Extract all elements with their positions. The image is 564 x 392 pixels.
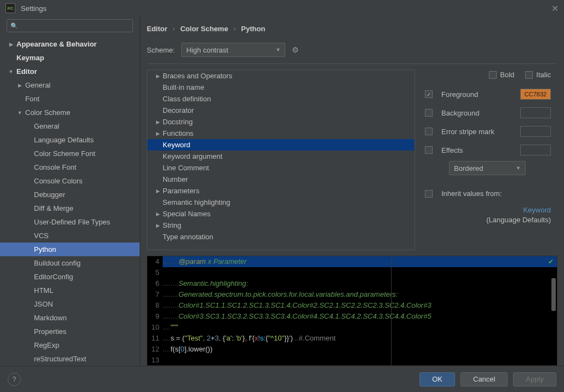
breadcrumb-item[interactable]: Editor xyxy=(147,25,168,33)
foreground-swatch[interactable]: CC7832 xyxy=(520,89,551,100)
attribute-list[interactable]: ▶Braces and OperatorsBuilt-in nameClass … xyxy=(147,70,415,250)
search-icon: 🔍 xyxy=(10,22,18,30)
attribute-item-label: Line Comment xyxy=(163,164,209,172)
close-icon[interactable]: ✕ xyxy=(551,3,559,14)
effects-swatch[interactable] xyxy=(520,145,551,155)
inherit-checkbox[interactable] xyxy=(425,190,433,198)
code-line: ........Generated.spectrum.to.pick.color… xyxy=(163,289,557,300)
attribute-item-label: String xyxy=(163,221,181,229)
sidebar-item[interactable]: ▼Editor xyxy=(0,65,140,78)
code-line xyxy=(163,355,557,366)
attribute-item[interactable]: Line Comment xyxy=(147,162,415,174)
tree-arrow-icon: ▶ xyxy=(154,73,162,79)
sidebar-item[interactable]: Keymap xyxy=(0,51,140,65)
tree-arrow-icon: ▼ xyxy=(8,69,14,74)
attribute-item[interactable]: Number xyxy=(147,174,415,185)
italic-checkbox[interactable]: Italic xyxy=(525,71,551,79)
tree-arrow-icon: ▶ xyxy=(8,42,14,47)
sidebar-item-label: Console Font xyxy=(34,163,76,171)
effects-checkbox[interactable] xyxy=(425,146,433,154)
sidebar-item[interactable]: Debugger xyxy=(0,188,140,201)
attribute-item[interactable]: ▶String xyxy=(147,220,415,231)
cancel-button[interactable]: Cancel xyxy=(461,372,508,387)
sidebar-item-label: General xyxy=(34,122,59,130)
sidebar-item[interactable]: VCS xyxy=(0,229,140,243)
inherit-link[interactable]: Keyword xyxy=(425,205,551,215)
sidebar-item[interactable]: User-Defined File Types xyxy=(0,215,140,229)
help-button[interactable]: ? xyxy=(8,373,21,386)
attribute-item[interactable]: Class definition xyxy=(147,93,415,105)
sidebar-item[interactable]: RegExp xyxy=(0,338,140,352)
breadcrumb-item[interactable]: Python xyxy=(241,25,265,33)
code-lines: ........@param.x.Parameter........Semant… xyxy=(163,256,557,366)
search-field[interactable] xyxy=(20,22,129,30)
scheme-value: High contrast xyxy=(186,46,228,54)
bold-label: Bold xyxy=(500,71,514,79)
attribute-item[interactable]: Keyword argument xyxy=(147,151,415,162)
code-preview[interactable]: ✔ 45678910111213 ........@param.x.Parame… xyxy=(147,256,557,366)
sidebar-item[interactable]: Properties xyxy=(0,325,140,338)
sidebar-item[interactable]: ▶General xyxy=(0,78,140,92)
gutter-line-number: 10 xyxy=(147,322,159,333)
sidebar-item-label: Editor xyxy=(16,67,37,76)
tree-arrow-icon: ▼ xyxy=(16,110,23,116)
breadcrumb-item[interactable]: Color Scheme xyxy=(180,25,228,33)
window-title: Settings xyxy=(21,4,47,13)
errorstripe-swatch[interactable] xyxy=(520,126,551,137)
sidebar-item[interactable]: EditorConfig xyxy=(0,270,140,284)
checkbox-icon xyxy=(489,71,497,79)
attribute-item-label: Braces and Operators xyxy=(163,72,232,80)
gutter-line-number: 8 xyxy=(147,300,159,311)
sidebar-item[interactable]: Diff & Merge xyxy=(0,201,140,215)
attribute-item[interactable]: Built-in name xyxy=(147,82,415,93)
sidebar-item[interactable]: General xyxy=(0,119,140,133)
background-swatch[interactable] xyxy=(520,107,551,118)
attribute-item[interactable]: ▶Special Names xyxy=(147,208,415,220)
search-input[interactable]: 🔍 xyxy=(7,19,133,32)
sidebar-item-label: User-Defined File Types xyxy=(34,218,110,226)
sidebar-item[interactable]: Console Font xyxy=(0,160,140,174)
sidebar-item[interactable]: HTML xyxy=(0,284,140,297)
settings-tree[interactable]: ▶Appearance & BehaviorKeymap▼Editor▶Gene… xyxy=(0,35,140,366)
sidebar-item[interactable]: Color Scheme Font xyxy=(0,147,140,160)
apply-button[interactable]: Apply xyxy=(513,372,556,387)
attribute-item-label: Functions xyxy=(163,129,193,137)
sidebar-item[interactable]: Markdown xyxy=(0,311,140,325)
sidebar-item[interactable]: JSON xyxy=(0,297,140,311)
tree-arrow-icon: ▶ xyxy=(154,223,162,228)
attribute-item[interactable]: ▶Braces and Operators xyxy=(147,70,415,82)
foreground-checkbox[interactable] xyxy=(425,90,433,98)
attribute-item-label: Class definition xyxy=(163,95,211,103)
attribute-item[interactable]: Semantic highlighting xyxy=(147,197,415,208)
errorstripe-row: Error stripe mark xyxy=(425,126,557,137)
attribute-item[interactable]: Keyword xyxy=(147,139,415,151)
scheme-combo[interactable]: High contrast ▼ xyxy=(181,43,285,57)
gear-icon[interactable]: ⚙ xyxy=(292,45,299,54)
background-checkbox[interactable] xyxy=(425,109,433,117)
preview-scrollbar[interactable] xyxy=(551,256,556,365)
sidebar-item[interactable]: Python xyxy=(0,243,140,256)
attribute-item-label: Number xyxy=(163,175,188,183)
sidebar-item[interactable]: ▼Color Scheme xyxy=(0,106,140,119)
attribute-item[interactable]: ▶Parameters xyxy=(147,185,415,197)
sidebar-item[interactable]: Buildout config xyxy=(0,256,140,270)
sidebar-item[interactable]: Console Colors xyxy=(0,174,140,188)
sidebar-item[interactable]: Font xyxy=(0,92,140,106)
sidebar-item[interactable]: reStructuredText xyxy=(0,352,140,366)
effects-type-combo[interactable]: Bordered ▼ xyxy=(449,161,526,175)
attribute-item[interactable]: ▶Docstring xyxy=(147,116,415,128)
attribute-item[interactable]: Decorator xyxy=(147,105,415,116)
gutter-line-number: 9 xyxy=(147,311,159,322)
sidebar-item-label: Debugger xyxy=(34,191,65,199)
sidebar-item[interactable]: Language Defaults xyxy=(0,133,140,147)
sidebar-item[interactable]: ▶Appearance & Behavior xyxy=(0,37,140,51)
foreground-row: Foreground CC7832 xyxy=(425,89,557,100)
scrollbar-thumb[interactable] xyxy=(551,278,556,311)
sidebar-item-label: Python xyxy=(34,245,56,253)
code-gutter: 45678910111213 xyxy=(147,256,163,365)
attribute-item[interactable]: Type annotation xyxy=(147,231,415,243)
errorstripe-checkbox[interactable] xyxy=(425,128,433,135)
ok-button[interactable]: OK xyxy=(419,372,455,387)
attribute-item[interactable]: ▶Functions xyxy=(147,128,415,139)
bold-checkbox[interactable]: Bold xyxy=(489,71,514,79)
